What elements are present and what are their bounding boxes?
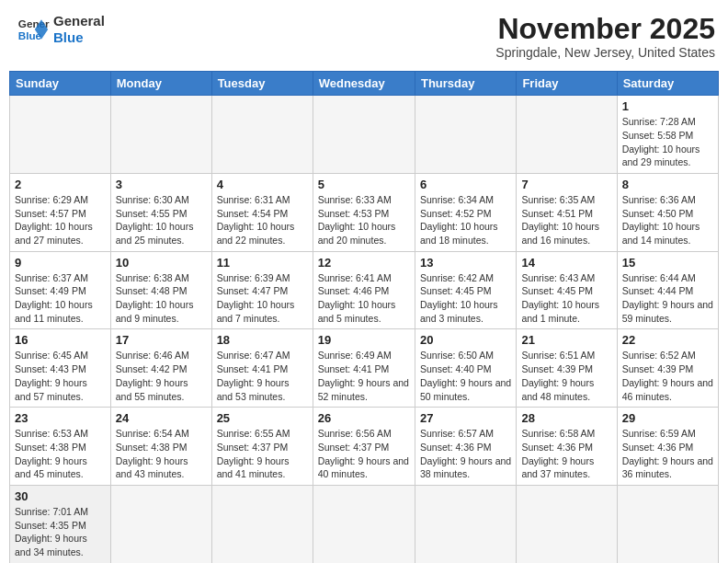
calendar-cell: 1Sunrise: 7:28 AM Sunset: 5:58 PM Daylig… — [617, 96, 718, 174]
day-info: Sunrise: 6:54 AM Sunset: 4:38 PM Dayligh… — [116, 427, 207, 481]
day-number: 27 — [420, 411, 511, 425]
day-number: 26 — [318, 411, 410, 425]
day-info: Sunrise: 6:51 AM Sunset: 4:39 PM Dayligh… — [521, 349, 611, 403]
weekday-header-friday: Friday — [517, 72, 617, 96]
weekday-header-tuesday: Tuesday — [211, 72, 313, 96]
day-info: Sunrise: 6:41 AM Sunset: 4:46 PM Dayligh… — [318, 271, 410, 326]
day-number: 8 — [622, 178, 713, 191]
day-number: 10 — [116, 256, 207, 270]
calendar-cell: 5Sunrise: 6:33 AM Sunset: 4:53 PM Daylig… — [313, 173, 415, 251]
calendar-cell: 17Sunrise: 6:46 AM Sunset: 4:42 PM Dayli… — [110, 329, 211, 408]
calendar-cell — [10, 96, 111, 174]
calendar-cell: 22Sunrise: 6:52 AM Sunset: 4:39 PM Dayli… — [617, 329, 718, 408]
location-title: Springdale, New Jersey, United States — [495, 45, 715, 60]
logo-icon: General Blue — [17, 13, 50, 46]
weekday-header-sunday: Sunday — [10, 72, 111, 96]
day-number: 20 — [420, 333, 511, 347]
calendar-week-row: 9Sunrise: 6:37 AM Sunset: 4:49 PM Daylig… — [10, 251, 719, 329]
title-area: November 2025 Springdale, New Jersey, Un… — [495, 13, 715, 60]
day-info: Sunrise: 6:59 AM Sunset: 4:36 PM Dayligh… — [622, 427, 713, 481]
day-info: Sunrise: 6:57 AM Sunset: 4:36 PM Dayligh… — [420, 427, 511, 481]
calendar-cell: 30Sunrise: 7:01 AM Sunset: 4:35 PM Dayli… — [10, 485, 111, 563]
calendar-cell: 4Sunrise: 6:31 AM Sunset: 4:54 PM Daylig… — [211, 173, 313, 251]
calendar-cell — [211, 485, 313, 563]
calendar-cell: 3Sunrise: 6:30 AM Sunset: 4:55 PM Daylig… — [110, 173, 211, 251]
day-number: 7 — [521, 178, 611, 191]
calendar-cell: 19Sunrise: 6:49 AM Sunset: 4:41 PM Dayli… — [313, 329, 415, 408]
day-number: 2 — [15, 178, 106, 191]
calendar-cell: 24Sunrise: 6:54 AM Sunset: 4:38 PM Dayli… — [110, 408, 211, 486]
day-info: Sunrise: 6:35 AM Sunset: 4:51 PM Dayligh… — [521, 193, 611, 247]
day-info: Sunrise: 6:46 AM Sunset: 4:42 PM Dayligh… — [116, 349, 207, 403]
calendar-cell: 15Sunrise: 6:44 AM Sunset: 4:44 PM Dayli… — [617, 251, 718, 329]
calendar-week-row: 16Sunrise: 6:45 AM Sunset: 4:43 PM Dayli… — [10, 329, 719, 408]
calendar-cell: 27Sunrise: 6:57 AM Sunset: 4:36 PM Dayli… — [415, 408, 516, 486]
day-number: 11 — [217, 256, 308, 270]
weekday-header-monday: Monday — [110, 72, 211, 96]
calendar-cell: 23Sunrise: 6:53 AM Sunset: 4:38 PM Dayli… — [10, 408, 111, 486]
day-number: 23 — [15, 411, 106, 425]
day-info: Sunrise: 6:58 AM Sunset: 4:36 PM Dayligh… — [521, 427, 611, 481]
day-number: 29 — [622, 411, 713, 425]
day-number: 24 — [116, 411, 207, 425]
day-info: Sunrise: 6:29 AM Sunset: 4:57 PM Dayligh… — [15, 193, 106, 247]
day-number: 28 — [521, 411, 611, 425]
weekday-header-wednesday: Wednesday — [313, 72, 415, 96]
calendar-cell — [617, 485, 718, 563]
calendar-cell — [211, 96, 313, 174]
calendar-cell: 13Sunrise: 6:42 AM Sunset: 4:45 PM Dayli… — [415, 251, 516, 329]
calendar-cell — [313, 96, 415, 174]
calendar-cell — [517, 96, 617, 174]
calendar-week-row: 30Sunrise: 7:01 AM Sunset: 4:35 PM Dayli… — [10, 485, 719, 563]
day-info: Sunrise: 7:28 AM Sunset: 5:58 PM Dayligh… — [622, 115, 713, 169]
day-info: Sunrise: 6:44 AM Sunset: 4:44 PM Dayligh… — [622, 271, 713, 326]
day-number: 25 — [217, 411, 308, 425]
calendar-cell: 25Sunrise: 6:55 AM Sunset: 4:37 PM Dayli… — [211, 408, 313, 486]
day-info: Sunrise: 6:43 AM Sunset: 4:45 PM Dayligh… — [521, 271, 611, 326]
day-number: 19 — [318, 333, 410, 347]
calendar-header-row: SundayMondayTuesdayWednesdayThursdayFrid… — [10, 72, 719, 96]
day-info: Sunrise: 6:52 AM Sunset: 4:39 PM Dayligh… — [622, 349, 713, 403]
calendar-week-row: 23Sunrise: 6:53 AM Sunset: 4:38 PM Dayli… — [10, 408, 719, 486]
calendar-cell: 21Sunrise: 6:51 AM Sunset: 4:39 PM Dayli… — [517, 329, 617, 408]
calendar-cell — [415, 485, 516, 563]
calendar-cell — [517, 485, 617, 563]
day-info: Sunrise: 6:34 AM Sunset: 4:52 PM Dayligh… — [420, 193, 511, 247]
calendar-cell: 12Sunrise: 6:41 AM Sunset: 4:46 PM Dayli… — [313, 251, 415, 329]
day-info: Sunrise: 6:31 AM Sunset: 4:54 PM Dayligh… — [217, 193, 308, 247]
calendar-week-row: 2Sunrise: 6:29 AM Sunset: 4:57 PM Daylig… — [10, 173, 719, 251]
calendar-cell: 6Sunrise: 6:34 AM Sunset: 4:52 PM Daylig… — [415, 173, 516, 251]
calendar-cell: 9Sunrise: 6:37 AM Sunset: 4:49 PM Daylig… — [10, 251, 111, 329]
calendar-cell: 26Sunrise: 6:56 AM Sunset: 4:37 PM Dayli… — [313, 408, 415, 486]
calendar-cell: 20Sunrise: 6:50 AM Sunset: 4:40 PM Dayli… — [415, 329, 516, 408]
day-number: 17 — [116, 333, 207, 347]
day-info: Sunrise: 6:38 AM Sunset: 4:48 PM Dayligh… — [116, 271, 207, 326]
logo: General Blue General Blue — [17, 13, 105, 46]
logo-blue: Blue — [53, 29, 105, 46]
day-number: 13 — [420, 256, 511, 270]
month-title: November 2025 — [495, 13, 715, 45]
weekday-header-saturday: Saturday — [617, 72, 718, 96]
calendar-cell — [415, 96, 516, 174]
calendar-cell: 29Sunrise: 6:59 AM Sunset: 4:36 PM Dayli… — [617, 408, 718, 486]
day-number: 18 — [217, 333, 308, 347]
day-info: Sunrise: 7:01 AM Sunset: 4:35 PM Dayligh… — [15, 505, 106, 559]
day-number: 5 — [318, 178, 410, 191]
day-info: Sunrise: 6:50 AM Sunset: 4:40 PM Dayligh… — [420, 349, 511, 403]
day-info: Sunrise: 6:47 AM Sunset: 4:41 PM Dayligh… — [217, 349, 308, 403]
day-number: 12 — [318, 256, 410, 270]
day-info: Sunrise: 6:45 AM Sunset: 4:43 PM Dayligh… — [15, 349, 106, 403]
day-info: Sunrise: 6:42 AM Sunset: 4:45 PM Dayligh… — [420, 271, 511, 326]
calendar-cell — [110, 96, 211, 174]
calendar-cell — [313, 485, 415, 563]
day-info: Sunrise: 6:53 AM Sunset: 4:38 PM Dayligh… — [15, 427, 106, 481]
day-number: 14 — [521, 256, 611, 270]
day-info: Sunrise: 6:37 AM Sunset: 4:49 PM Dayligh… — [15, 271, 106, 326]
day-number: 22 — [622, 333, 713, 347]
day-number: 15 — [622, 256, 713, 270]
day-info: Sunrise: 6:39 AM Sunset: 4:47 PM Dayligh… — [217, 271, 308, 326]
calendar-cell: 10Sunrise: 6:38 AM Sunset: 4:48 PM Dayli… — [110, 251, 211, 329]
day-number: 9 — [15, 256, 106, 270]
calendar-week-row: 1Sunrise: 7:28 AM Sunset: 5:58 PM Daylig… — [10, 96, 719, 174]
calendar-cell: 2Sunrise: 6:29 AM Sunset: 4:57 PM Daylig… — [10, 173, 111, 251]
